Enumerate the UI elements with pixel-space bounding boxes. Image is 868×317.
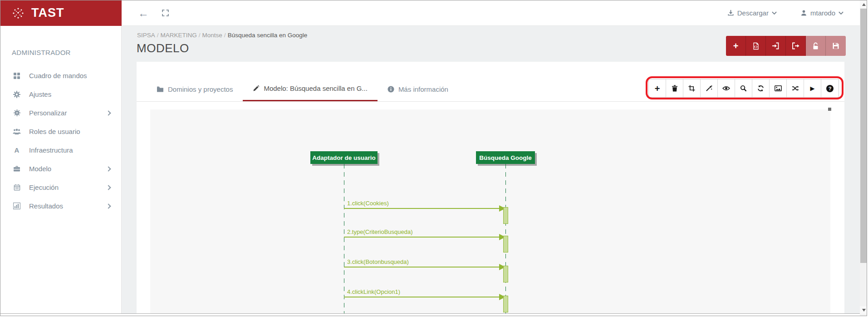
chevron-right-icon xyxy=(106,185,111,190)
message-click-botonbusqueda[interactable]: 3.click(Botonbusqueda) xyxy=(344,258,505,270)
run-button[interactable]: ▶ xyxy=(804,79,821,97)
sidebar-item-infraestructura[interactable]: A Infraestructura xyxy=(0,141,121,159)
triangle-up-icon xyxy=(862,3,866,6)
sidebar-item-label: Infraestructura xyxy=(29,146,73,154)
users-icon xyxy=(12,128,22,135)
triangle-down-icon xyxy=(862,309,866,312)
activation-bar xyxy=(503,207,508,224)
sidebar-item-label: Ajustes xyxy=(29,90,51,98)
search-icon xyxy=(740,85,747,92)
chevron-right-icon xyxy=(106,166,111,171)
sidebar-item-cuadro-de-mandos[interactable]: Cuadro de mandos xyxy=(0,66,121,85)
scroll-up-button[interactable] xyxy=(860,0,867,8)
diagram-canvas[interactable]: Adaptador de usuario Búsqueda Google 1.c… xyxy=(150,109,830,314)
magic-wand-icon xyxy=(706,85,712,92)
crop-button[interactable] xyxy=(683,79,701,97)
message-arrow xyxy=(344,267,500,267)
actor-adaptador-de-usuario[interactable]: Adaptador de usuario xyxy=(310,151,378,164)
briefcase-icon xyxy=(12,165,22,172)
plus-icon: + xyxy=(655,84,660,93)
sidebar-item-modelo[interactable]: Modelo xyxy=(0,159,121,178)
message-arrow xyxy=(344,297,500,297)
sidebar-item-ajustes[interactable]: Ajustes xyxy=(0,85,121,104)
canvas-resize-handle[interactable] xyxy=(828,108,831,111)
sidebar-item-label: Modelo xyxy=(29,165,51,173)
scroll-down-button[interactable] xyxy=(860,306,867,314)
tab-mas-informacion[interactable]: Más información xyxy=(378,77,458,101)
breadcrumb-item[interactable]: MARKETING xyxy=(161,32,197,39)
message-click-cookies[interactable]: 1.click(Cookies) xyxy=(344,200,505,212)
user-menu[interactable]: mtarodo xyxy=(800,9,843,17)
refresh-icon xyxy=(757,85,764,92)
lock-icon xyxy=(812,42,819,50)
sidebar-item-ejecucion[interactable]: Ejecución xyxy=(0,178,121,197)
save-button[interactable] xyxy=(826,36,846,56)
refresh-button[interactable] xyxy=(752,79,770,97)
app-window: TAST ← Descargar xyxy=(0,0,867,316)
chevron-right-icon xyxy=(106,203,111,208)
activation-bar xyxy=(503,296,508,312)
tab-dominios-y-proyectos[interactable]: Dominios y proyectos xyxy=(147,77,243,101)
tab-label: Más información xyxy=(398,85,448,93)
help-button[interactable]: ? xyxy=(821,79,839,97)
sidebar-item-label: Resultados xyxy=(29,202,63,210)
content-card: Dominios y proyectos Modelo: Búsqueda se… xyxy=(137,62,844,313)
image-button[interactable] xyxy=(770,79,787,97)
file-code-button[interactable] xyxy=(746,36,766,56)
actor-busqueda-google[interactable]: Búsqueda Google xyxy=(476,151,535,164)
shuffle-icon xyxy=(792,85,799,91)
preview-button[interactable] xyxy=(718,79,735,97)
sign-in-button[interactable] xyxy=(766,36,786,56)
message-type-criteriobusqueda[interactable]: 2.type(CriterioBusqueda) xyxy=(344,228,505,240)
chevron-down-icon xyxy=(772,11,777,15)
breadcrumb-current: Búsqueda sencilla en Google xyxy=(228,32,308,39)
lock-button[interactable] xyxy=(806,36,826,56)
activation-bar xyxy=(503,266,508,282)
window-bottom-edge xyxy=(0,313,860,314)
tab-modelo-busqueda[interactable]: Modelo: Búsqueda sencilla en G... xyxy=(243,77,377,101)
breadcrumb: SIPSA/MARKETING/Montse/Búsqueda sencilla… xyxy=(137,32,307,39)
zoom-button[interactable] xyxy=(735,79,752,97)
scrollbar-thumb[interactable] xyxy=(860,9,867,263)
calendar-icon xyxy=(12,184,22,191)
image-icon xyxy=(775,85,782,91)
download-label: Descargar xyxy=(737,9,769,17)
sign-out-icon xyxy=(792,42,799,50)
breadcrumb-separator: / xyxy=(224,32,226,39)
user-icon xyxy=(800,10,807,16)
message-clicklink-opcion1[interactable]: 4.clickLink(Opcion1) xyxy=(344,288,505,300)
sidebar-item-resultados[interactable]: Resultados xyxy=(0,197,121,215)
brand-title: TAST xyxy=(31,6,64,20)
delete-button[interactable] xyxy=(666,79,683,97)
breadcrumb-separator: / xyxy=(199,32,201,39)
sidebar-item-personalizar[interactable]: Personalizar xyxy=(0,104,121,122)
breadcrumb-item[interactable]: SIPSA xyxy=(137,32,155,39)
cog-icon xyxy=(12,109,22,116)
chevron-down-icon xyxy=(839,11,843,15)
sidebar-item-label: Roles de usuario xyxy=(29,128,80,135)
back-arrow-icon[interactable]: ← xyxy=(138,8,149,19)
breadcrumb-item[interactable]: Montse xyxy=(202,32,222,39)
tab-label: Dominios y proyectos xyxy=(168,85,233,93)
plus-icon: + xyxy=(733,41,739,50)
sidebar-item-label: Personalizar xyxy=(29,109,67,117)
sidebar-item-roles-de-usuario[interactable]: Roles de usuario xyxy=(0,122,121,141)
add-button[interactable]: + xyxy=(726,36,746,56)
folder-icon xyxy=(157,86,164,92)
message-arrow xyxy=(344,208,500,209)
gear-icon xyxy=(12,91,22,98)
crop-icon xyxy=(688,85,695,92)
chevron-right-icon xyxy=(106,110,111,115)
magic-wand-button[interactable] xyxy=(701,79,718,97)
infrastructure-icon: A xyxy=(12,146,22,154)
brand-logo[interactable]: TAST xyxy=(0,0,122,26)
sign-out-button[interactable] xyxy=(786,36,806,56)
download-menu[interactable]: Descargar xyxy=(727,9,777,17)
add-element-button[interactable]: + xyxy=(649,79,666,97)
play-icon: ▶ xyxy=(810,85,815,92)
top-navbar: TAST ← Descargar xyxy=(0,0,860,26)
download-icon xyxy=(727,10,734,16)
vertical-scrollbar[interactable] xyxy=(860,0,867,316)
fullscreen-icon[interactable] xyxy=(162,9,169,17)
shuffle-button[interactable] xyxy=(787,79,804,97)
